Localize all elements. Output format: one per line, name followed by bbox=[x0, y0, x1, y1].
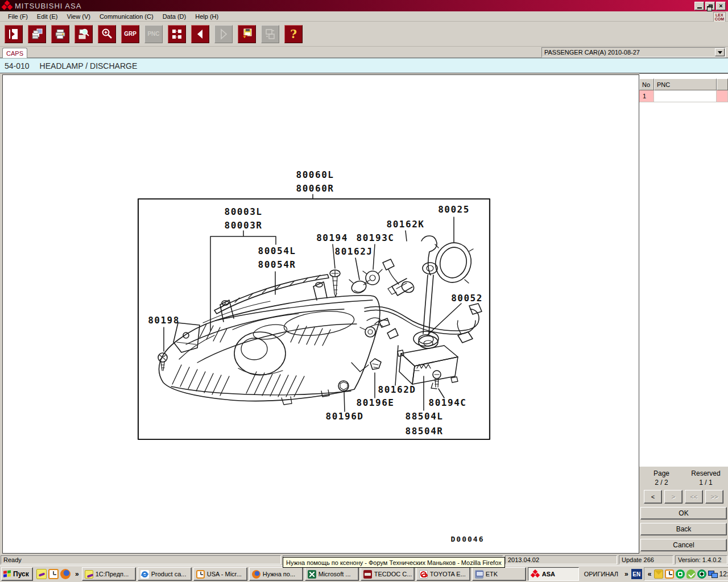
leaf-icon[interactable] bbox=[686, 569, 696, 579]
menu-communication[interactable]: Communication (C) bbox=[95, 12, 158, 21]
exit-button[interactable] bbox=[5, 25, 23, 43]
row-no-cell[interactable]: 1 bbox=[639, 90, 654, 102]
mail-icon[interactable] bbox=[654, 569, 663, 579]
system-tray: « 12:15 bbox=[644, 567, 728, 581]
back-button-panel[interactable]: Back bbox=[640, 523, 727, 535]
language-bar-chevron[interactable]: » bbox=[623, 570, 630, 578]
quick-launch-overflow[interactable]: » bbox=[74, 570, 80, 578]
print-setup-icon bbox=[31, 28, 43, 40]
target-icon[interactable] bbox=[676, 569, 685, 579]
page-value: 2 / 2 bbox=[639, 479, 684, 487]
1c-icon[interactable] bbox=[36, 569, 47, 579]
table-row[interactable]: 1 bbox=[639, 90, 728, 102]
window-title: MITSUBISHI ASA bbox=[15, 2, 694, 10]
part-label[interactable]: 80054L bbox=[258, 246, 296, 256]
menu-view[interactable]: View (V) bbox=[63, 12, 95, 21]
wire-stalk bbox=[413, 275, 439, 346]
network-icon[interactable] bbox=[708, 569, 717, 579]
restore-button[interactable] bbox=[705, 2, 715, 10]
part-label[interactable]: 80054R bbox=[258, 259, 296, 270]
part-label[interactable]: 80025 bbox=[438, 204, 470, 215]
part-label[interactable]: 80194 bbox=[316, 232, 348, 243]
status-update: Update 266 bbox=[619, 555, 673, 564]
print-preview-button[interactable] bbox=[75, 25, 93, 43]
task-product[interactable]: Product ca... bbox=[138, 567, 192, 581]
part-label[interactable]: 80003R bbox=[225, 220, 263, 231]
status-version: Version: 1.4.0.2 bbox=[675, 555, 727, 564]
tray-clock[interactable]: 12:15 bbox=[719, 570, 728, 578]
print-setup-button[interactable] bbox=[28, 25, 46, 43]
part-label[interactable]: 80196E bbox=[357, 397, 395, 408]
drawing-number: D00046 bbox=[451, 535, 485, 543]
print-button[interactable] bbox=[51, 25, 69, 43]
back-icon bbox=[194, 28, 206, 40]
back-button[interactable] bbox=[191, 25, 209, 43]
grp-button[interactable]: GRP bbox=[121, 25, 139, 43]
part-label[interactable]: 80194C bbox=[429, 397, 467, 408]
part-label[interactable]: 88504R bbox=[406, 426, 444, 436]
save-button[interactable] bbox=[238, 25, 256, 43]
tab-caps[interactable]: CAPS bbox=[2, 48, 27, 58]
clock-icon[interactable] bbox=[48, 569, 59, 579]
ie-icon bbox=[140, 570, 149, 579]
dropdown-button[interactable] bbox=[715, 48, 725, 56]
headlamp-housing bbox=[159, 282, 380, 405]
row-pnc-cell[interactable] bbox=[654, 90, 717, 102]
menu-data[interactable]: Data (D) bbox=[158, 12, 191, 21]
page-label: Page bbox=[639, 469, 684, 477]
task-microsoft[interactable]: Microsoft ... bbox=[305, 567, 359, 581]
catalog-selector[interactable]: PASSENGER CAR(A) 2010-08-27 bbox=[541, 47, 726, 57]
section-code: 54-010 bbox=[5, 61, 30, 70]
column-header-no[interactable]: No bbox=[639, 78, 654, 90]
part-label[interactable]: 80162K bbox=[387, 219, 425, 230]
zoom-button[interactable] bbox=[98, 25, 116, 43]
part-label[interactable]: 80193C bbox=[357, 232, 395, 243]
page-last-button: >> bbox=[705, 490, 723, 504]
task-firefox[interactable]: Нужна по... bbox=[249, 567, 303, 581]
language-indicator[interactable]: EN bbox=[631, 569, 642, 579]
zoom-icon bbox=[101, 28, 113, 40]
column-header-pnc[interactable]: PNC bbox=[654, 78, 717, 90]
page-next-button: > bbox=[664, 490, 682, 504]
clip-80196E bbox=[370, 359, 381, 369]
close-button[interactable]: × bbox=[716, 2, 726, 10]
restore-icon bbox=[709, 5, 713, 8]
task-tecdoc[interactable]: TECDOC C... bbox=[361, 567, 415, 581]
part-label[interactable]: 80052 bbox=[451, 293, 483, 304]
task-toyota[interactable]: TOYOTA E... bbox=[416, 567, 470, 581]
page-prev-button[interactable]: < bbox=[644, 490, 662, 504]
1c-icon bbox=[85, 570, 93, 579]
help-button[interactable]: ? bbox=[284, 25, 303, 43]
language-bar-label[interactable]: ОРИГИНАЛ bbox=[581, 571, 622, 577]
pager-section: Page 2 / 2 Reserved 1 / 1 < > << >> OK B… bbox=[639, 466, 728, 555]
part-label[interactable]: 88504L bbox=[406, 411, 444, 422]
minimize-button[interactable] bbox=[694, 2, 704, 10]
task-asa[interactable]: ASA bbox=[528, 567, 579, 581]
part-label[interactable]: 80196D bbox=[326, 411, 364, 422]
menu-help[interactable]: Help (H) bbox=[191, 12, 223, 21]
target2-icon[interactable] bbox=[697, 569, 706, 579]
task-usa[interactable]: USA - Micr... bbox=[193, 567, 247, 581]
parts-diagram: 80060L 80060R 80003L 80003R 80054L 80054… bbox=[3, 75, 640, 554]
start-button[interactable]: Пуск bbox=[1, 567, 33, 581]
section-title: HEADLAMP / DISCHARGE bbox=[40, 61, 138, 70]
tecdoc-icon bbox=[363, 570, 372, 579]
print-preview-icon bbox=[77, 28, 90, 40]
part-label[interactable]: 80162D bbox=[378, 384, 416, 395]
ok-button[interactable]: OK bbox=[640, 507, 727, 519]
menu-file[interactable]: File (F) bbox=[3, 12, 32, 21]
cancel-button[interactable]: Cancel bbox=[640, 539, 727, 551]
mitsubishi-icon bbox=[531, 570, 540, 578]
part-label[interactable]: 80060L bbox=[296, 169, 334, 180]
tile-view-button[interactable] bbox=[168, 25, 186, 43]
part-label[interactable]: 80198 bbox=[148, 315, 180, 326]
task-1c[interactable]: 1С:Предп... bbox=[82, 567, 136, 581]
part-label[interactable]: 80003L bbox=[225, 206, 263, 217]
menu-edit[interactable]: Edit (E) bbox=[32, 12, 63, 21]
part-label[interactable]: 80060R bbox=[296, 183, 334, 194]
tray-collapse-button[interactable]: « bbox=[647, 570, 653, 578]
clock-icon[interactable] bbox=[665, 569, 674, 579]
task-etk[interactable]: ETK bbox=[472, 567, 526, 581]
firefox-icon[interactable] bbox=[60, 569, 71, 579]
part-label[interactable]: 80162J bbox=[335, 246, 373, 257]
